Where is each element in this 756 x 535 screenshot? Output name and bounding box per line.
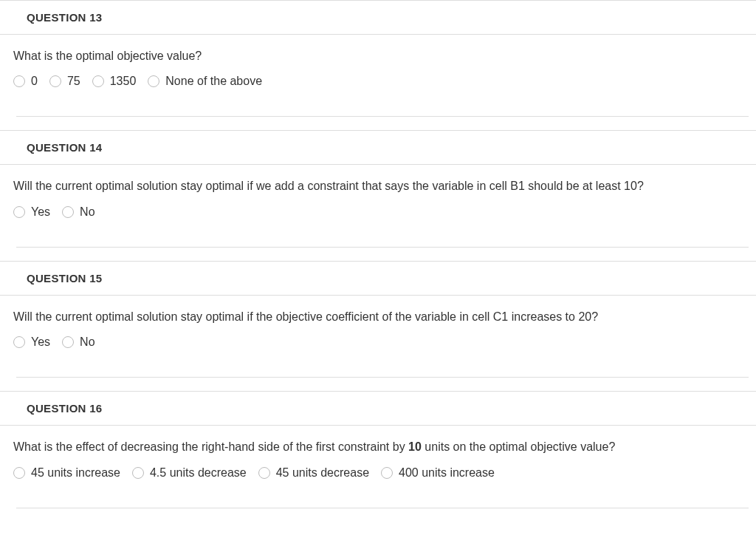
question-header: QUESTION 15: [0, 262, 756, 296]
question-body: Will the current optimal solution stay o…: [0, 296, 756, 391]
radio-icon[interactable]: [92, 75, 104, 87]
options-row: YesNo: [13, 335, 749, 349]
divider: [16, 247, 749, 248]
radio-option[interactable]: 45 units decrease: [258, 466, 369, 480]
question-prompt: Will the current optimal solution stay o…: [13, 309, 749, 325]
divider: [16, 508, 749, 508]
question-title: QUESTION 16: [27, 402, 756, 415]
radio-option[interactable]: Yes: [13, 205, 50, 219]
option-label: Yes: [31, 205, 50, 219]
question-title: QUESTION 13: [27, 11, 756, 24]
radio-option[interactable]: None of the above: [148, 75, 262, 88]
option-label: Yes: [31, 335, 50, 349]
question-block: QUESTION 13What is the optimal objective…: [0, 0, 756, 130]
option-label: 45 units increase: [31, 466, 120, 480]
question-body: What is the optimal objective value?0751…: [0, 35, 756, 130]
question-header: QUESTION 14: [0, 131, 756, 165]
question-block: QUESTION 14Will the current optimal solu…: [0, 130, 756, 260]
options-row: 45 units increase4.5 units decrease45 un…: [13, 466, 749, 480]
radio-icon[interactable]: [132, 467, 144, 479]
radio-option[interactable]: No: [62, 205, 94, 219]
option-label: 45 units decrease: [276, 466, 369, 480]
question-body: What is the effect of decreasing the rig…: [0, 426, 756, 521]
radio-option[interactable]: 4.5 units decrease: [132, 466, 247, 480]
radio-icon[interactable]: [13, 336, 25, 348]
question-block: QUESTION 15Will the current optimal solu…: [0, 261, 756, 391]
radio-option[interactable]: 75: [49, 75, 80, 88]
question-header: QUESTION 16: [0, 392, 756, 426]
radio-icon[interactable]: [49, 75, 61, 87]
question-body: Will the current optimal solution stay o…: [0, 165, 756, 260]
question-prompt: What is the optimal objective value?: [13, 48, 749, 64]
divider: [16, 116, 749, 117]
option-label: 1350: [110, 75, 137, 88]
radio-icon[interactable]: [148, 75, 159, 87]
options-row: 0751350None of the above: [13, 75, 749, 88]
radio-option[interactable]: 400 units increase: [381, 466, 495, 480]
question-block: QUESTION 16What is the effect of decreas…: [0, 391, 756, 521]
radio-option[interactable]: 45 units increase: [13, 466, 120, 480]
options-row: YesNo: [13, 205, 749, 219]
question-prompt: Will the current optimal solution stay o…: [13, 178, 749, 194]
radio-option[interactable]: No: [62, 335, 94, 349]
radio-icon[interactable]: [258, 467, 270, 479]
radio-icon[interactable]: [13, 75, 25, 87]
radio-icon[interactable]: [381, 467, 393, 479]
radio-option[interactable]: 1350: [92, 75, 137, 88]
option-label: 4.5 units decrease: [150, 466, 247, 480]
question-title: QUESTION 15: [27, 272, 756, 284]
question-title: QUESTION 14: [27, 141, 756, 154]
option-label: 400 units increase: [399, 466, 495, 480]
radio-option[interactable]: Yes: [13, 335, 50, 349]
divider: [16, 377, 749, 378]
radio-icon[interactable]: [62, 206, 74, 218]
question-prompt: What is the effect of decreasing the rig…: [13, 439, 749, 455]
question-header: QUESTION 13: [0, 1, 756, 35]
radio-icon[interactable]: [13, 206, 25, 218]
radio-icon[interactable]: [13, 467, 25, 479]
option-label: 0: [31, 75, 38, 88]
option-label: No: [80, 335, 94, 349]
option-label: No: [80, 205, 94, 219]
radio-icon[interactable]: [62, 336, 74, 348]
option-label: None of the above: [165, 75, 262, 88]
radio-option[interactable]: 0: [13, 75, 38, 88]
option-label: 75: [67, 75, 80, 88]
